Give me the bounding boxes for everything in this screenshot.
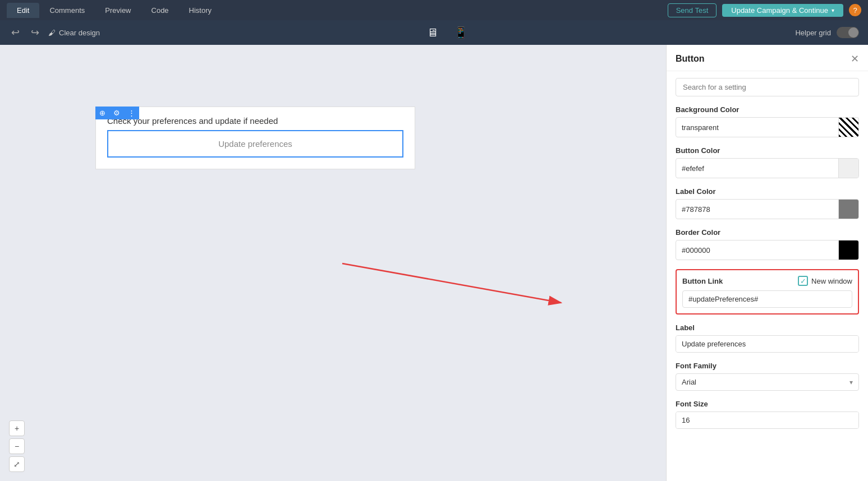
settings-icon[interactable]: ⚙ [109,107,124,119]
main-layout: ⊕ ⚙ ⋮ Check your preferences and update … [0,45,868,481]
clear-design-button[interactable]: 🖌 Clear design [48,29,100,37]
move-icon[interactable]: ⊕ [95,107,109,119]
tab-history[interactable]: History [179,3,222,18]
background-color-swatch[interactable] [838,118,858,137]
background-color-row [676,117,859,137]
button-color-swatch[interactable] [838,159,858,178]
label-section: Label [676,323,859,353]
new-window-label: New window [811,277,852,285]
toggle-knob [848,27,858,38]
email-text: Check your preferences and update if nee… [96,107,415,130]
helper-grid-label: Helper grid [795,29,831,37]
right-panel: Button ✕ Background Color Button Color [666,45,868,481]
button-link-label: Button Link [682,277,723,285]
panel-header: Button ✕ [667,45,868,71]
label-value-row [676,335,859,353]
label-section-label: Label [676,323,859,332]
redo-button[interactable]: ↪ [29,24,42,41]
font-size-section: Font Size [676,400,859,429]
label-color-input[interactable] [676,201,838,218]
chevron-down-icon: ▾ [844,378,858,386]
tab-edit[interactable]: Edit [7,3,39,18]
button-block: Update preferences [107,130,403,158]
more-icon[interactable]: ⋮ [124,107,139,119]
canvas-area: ⊕ ⚙ ⋮ Check your preferences and update … [0,45,666,481]
fit-button[interactable]: ⤢ [9,456,25,472]
update-campaign-button[interactable]: Update Campaign & Continue ▾ [722,4,843,17]
label-color-section: Label Color [676,187,859,219]
canvas-controls: + − ⤢ [9,420,25,472]
font-family-row: Arial Helvetica Georgia Times New Roman … [676,373,859,391]
desktop-device-button[interactable]: 🖥 [422,24,443,41]
brush-icon: 🖌 [48,29,56,37]
tab-comments[interactable]: Comments [39,3,95,18]
button-link-input[interactable] [682,290,852,308]
help-button[interactable]: ? [849,4,861,16]
font-size-label: Font Size [676,400,859,408]
button-link-section: Button Link ✓ New window [676,269,859,314]
font-size-row [676,411,859,429]
button-color-section: Button Color [676,146,859,178]
panel-close-button[interactable]: ✕ [851,53,859,65]
font-size-input[interactable] [676,412,858,428]
helper-grid-toggle[interactable] [837,27,859,38]
toolbar: ↩ ↪ 🖌 Clear design 🖥 📱 Helper grid [0,20,868,45]
toolbar-left: ↩ ↪ 🖌 Clear design [9,24,100,41]
update-preferences-button[interactable]: Update preferences [108,131,402,156]
panel-title: Button [676,54,705,64]
search-input[interactable] [676,78,859,96]
background-color-input[interactable] [676,119,838,136]
label-color-row [676,199,859,219]
top-nav-right: Send Test Update Campaign & Continue ▾ ? [668,3,861,17]
toolbar-center: 🖥 📱 [422,24,472,41]
border-color-input[interactable] [676,242,838,258]
zoom-in-button[interactable]: + [9,420,25,436]
email-block: ⊕ ⚙ ⋮ Check your preferences and update … [95,107,415,169]
tab-code[interactable]: Code [141,3,179,18]
element-toolbar: ⊕ ⚙ ⋮ [95,107,139,119]
button-color-row [676,158,859,178]
label-value-input[interactable] [676,336,858,352]
background-color-section: Background Color [676,105,859,137]
mobile-device-button[interactable]: 📱 [449,24,472,41]
border-color-swatch[interactable] [838,240,858,260]
button-color-label: Button Color [676,146,859,155]
button-link-header: Button Link ✓ New window [682,276,852,286]
font-family-label: Font Family [676,362,859,370]
top-nav: Edit Comments Preview Code History Send … [0,0,868,20]
tab-preview[interactable]: Preview [95,3,141,18]
font-family-section: Font Family Arial Helvetica Georgia Time… [676,362,859,391]
undo-button[interactable]: ↩ [9,24,22,41]
border-color-label: Border Color [676,228,859,237]
annotation-arrow [337,252,578,320]
label-color-label: Label Color [676,187,859,196]
zoom-out-button[interactable]: − [9,438,25,454]
border-color-section: Border Color [676,228,859,260]
svg-line-1 [342,263,561,303]
button-color-input[interactable] [676,160,838,177]
send-test-button[interactable]: Send Test [668,3,717,17]
background-color-label: Background Color [676,105,859,114]
label-color-swatch[interactable] [838,200,858,219]
border-color-row [676,240,859,260]
new-window-row: ✓ New window [798,276,852,286]
panel-body: Background Color Button Color Label Colo… [667,71,868,436]
new-window-checkbox[interactable]: ✓ [798,276,808,286]
nav-tabs: Edit Comments Preview Code History [7,3,222,18]
toolbar-right: Helper grid [795,27,859,38]
font-family-select[interactable]: Arial Helvetica Georgia Times New Roman … [676,374,844,390]
chevron-down-icon: ▾ [832,7,834,13]
